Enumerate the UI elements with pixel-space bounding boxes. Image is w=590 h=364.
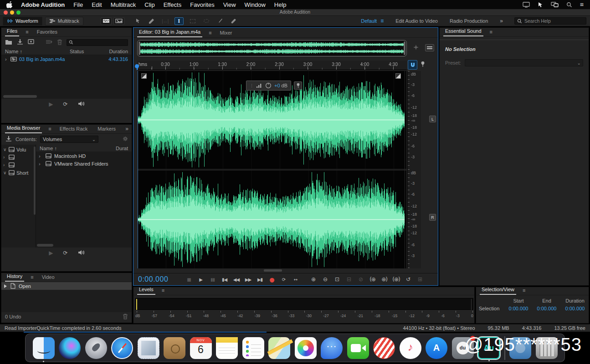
waveform-display[interactable]: ⋮ +0 dB xyxy=(138,71,406,268)
tab-editor[interactable]: Editor: 03 Big in Japan.m4a xyxy=(137,28,202,37)
selection-end-value[interactable]: 0:00.000 xyxy=(533,306,561,311)
zoom-reset-button[interactable]: ⊘ xyxy=(355,275,366,284)
preview-loop-button[interactable]: ⟳ xyxy=(63,250,68,256)
skip-to-end-button[interactable]: ▶▮ xyxy=(255,275,265,284)
spotlight-icon[interactable] xyxy=(566,2,572,8)
zoom-full-button[interactable]: ⊞ xyxy=(415,275,425,284)
horizontal-scrollbar[interactable] xyxy=(3,95,37,98)
time-selection-tool-button[interactable]: I xyxy=(174,17,184,25)
column-duration[interactable]: Durat xyxy=(113,146,128,151)
panel-menu-icon[interactable]: ≡ xyxy=(48,125,51,133)
disclosure-icon[interactable]: › xyxy=(3,155,7,160)
itunes-icon[interactable] xyxy=(400,337,421,359)
tab-selection-view[interactable]: Selection/View xyxy=(480,285,516,295)
menu-item[interactable]: Help xyxy=(274,1,287,8)
panel-menu-icon[interactable]: ≡ xyxy=(26,28,28,36)
waveform-right-channel[interactable] xyxy=(138,171,406,268)
tree-item[interactable]: ∨ Volu xyxy=(1,146,36,153)
auto-play-speaker-button[interactable] xyxy=(78,101,84,107)
display-status-icon[interactable] xyxy=(523,2,530,8)
column-name[interactable]: Name xyxy=(40,146,53,151)
waveform-view-button[interactable] xyxy=(101,17,112,25)
app-store-icon[interactable] xyxy=(426,337,447,359)
zoom-in-point-button[interactable]: (⊕ xyxy=(367,275,378,284)
import-file-button[interactable] xyxy=(16,39,24,46)
zoom-selection-button[interactable]: (⊕) xyxy=(391,275,401,284)
spectral-view-button[interactable] xyxy=(113,17,124,25)
tree-item[interactable]: › xyxy=(1,161,36,169)
disclosure-icon[interactable]: › xyxy=(39,161,43,167)
contacts-icon[interactable] xyxy=(164,337,185,359)
range-settings-icon[interactable] xyxy=(425,44,434,51)
insert-into-multitrack-button[interactable] xyxy=(46,39,53,46)
disclosure-icon[interactable]: › xyxy=(5,56,10,62)
photos-icon[interactable] xyxy=(295,337,317,359)
waveform-mode-button[interactable]: Waveform xyxy=(3,17,42,25)
disclosure-icon[interactable]: › xyxy=(3,162,7,167)
tab-levels[interactable]: Levels xyxy=(137,285,155,295)
menu-item[interactable]: Favorites xyxy=(190,1,214,8)
restore-zoom-button[interactable]: ↺ xyxy=(403,275,413,284)
range-handle-right[interactable] xyxy=(404,41,405,55)
new-file-button[interactable] xyxy=(28,39,35,46)
playhead-handle[interactable] xyxy=(135,64,139,68)
tab-media-browser[interactable]: Media Browser xyxy=(5,124,42,133)
tab-effects-rack[interactable]: Effects Rack xyxy=(58,125,90,133)
workspace-overflow-icon[interactable]: » xyxy=(500,18,503,24)
tab-markers[interactable]: Markers xyxy=(96,125,118,133)
time-display[interactable]: 0:00.000 xyxy=(133,275,184,283)
rewind-button[interactable]: ◀◀ xyxy=(231,275,241,284)
range-handle-left[interactable] xyxy=(139,41,140,55)
horizontal-scrollbar[interactable] xyxy=(37,244,53,247)
zoom-amplitude-in-button[interactable]: ⊡ xyxy=(332,275,342,284)
left-channel-badge[interactable]: L xyxy=(429,116,436,122)
disclosure-icon[interactable]: › xyxy=(39,153,43,159)
pause-button[interactable]: ▮▮ xyxy=(207,275,218,284)
tree-item[interactable]: ∨ Short xyxy=(1,169,36,177)
workspace-menu-icon[interactable]: ≡ xyxy=(380,18,384,24)
tab-files[interactable]: Files xyxy=(5,27,19,36)
hud-pin-button[interactable] xyxy=(294,81,302,90)
search-help-box[interactable] xyxy=(514,17,586,25)
stop-button[interactable]: ■ xyxy=(184,275,194,284)
reminders-icon[interactable] xyxy=(242,337,264,359)
import-media-button[interactable] xyxy=(5,136,12,143)
history-entry[interactable]: Open xyxy=(1,282,132,290)
selection-start-value[interactable]: 0:00.000 xyxy=(504,306,533,311)
timeline-ruler[interactable]: hms 0:301:001:302:002:303:003:304:004:30 xyxy=(137,61,407,70)
marker-pin-icon[interactable] xyxy=(421,61,425,68)
panel-menu-icon[interactable]: ≡ xyxy=(490,28,493,36)
workspace-item[interactable]: Radio Production xyxy=(450,18,488,24)
menu-item[interactable]: File xyxy=(73,1,83,8)
VMware Shared Folders[interactable]: › VMware Shared Folders xyxy=(36,160,132,167)
lasso-selection-tool-button[interactable] xyxy=(202,17,211,25)
auto-play-speaker-button[interactable] xyxy=(78,250,84,256)
file-name[interactable]: 03 Big in Japan.m4a xyxy=(19,56,65,62)
media-settings-gear-icon[interactable] xyxy=(123,136,128,142)
disclosure-icon[interactable]: ∨ xyxy=(3,170,7,175)
corner-widget-icon[interactable] xyxy=(395,73,401,79)
calendar-icon[interactable]: NOV 6 xyxy=(190,337,212,359)
multitrack-mode-button[interactable]: Multitrack xyxy=(45,17,83,25)
zoom-in-button[interactable]: ⊕ xyxy=(308,275,318,284)
menu-list-icon[interactable]: ≡ xyxy=(580,1,584,8)
menu-item[interactable]: Clip xyxy=(144,1,154,8)
column-status[interactable]: Status xyxy=(70,49,98,54)
tab-overflow-icon[interactable]: » xyxy=(125,126,128,133)
menu-item[interactable]: Window xyxy=(245,1,266,8)
open-file-button[interactable] xyxy=(5,39,12,46)
column-name[interactable]: Name xyxy=(5,49,18,54)
files-list-header[interactable]: Name ↑ Status Duration xyxy=(1,48,132,55)
paintbrush-tool-button[interactable] xyxy=(215,17,225,25)
preview-play-button[interactable]: ▶ xyxy=(49,250,53,256)
close-file-button[interactable] xyxy=(57,39,62,46)
zoom-out-button[interactable]: ⊖ xyxy=(320,275,330,284)
zoom-amplitude-out-button[interactable]: ⊟ xyxy=(344,275,354,284)
files-search-input[interactable] xyxy=(75,40,112,45)
panel-menu-icon[interactable]: ≡ xyxy=(162,286,164,295)
mail-icon[interactable] xyxy=(138,337,159,359)
tree-item[interactable]: › xyxy=(1,153,36,161)
level-meter[interactable] xyxy=(135,298,473,310)
amplitude-scale[interactable]: dB-3-6-12-18-∞-18-12-6-3 dB-3-6-12-18-∞-… xyxy=(407,71,421,268)
panel-menu-icon[interactable]: ≡ xyxy=(31,273,33,282)
